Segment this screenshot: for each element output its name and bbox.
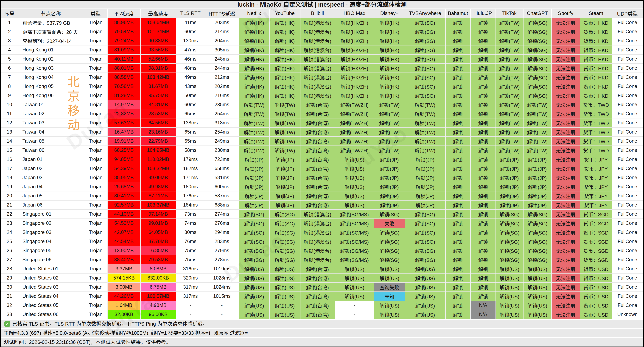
cell-bahamut: 解锁 xyxy=(445,173,470,182)
cell-chatgpt: 解锁(TW) xyxy=(523,146,552,155)
cell-spotify: 无法注册 xyxy=(552,100,580,109)
cell-spotify: 无法注册 xyxy=(552,301,580,310)
table-row: 12Taiwan 03Trojan57.63MB64.56MB138ms318m… xyxy=(1,118,643,128)
table-row: 4Hong Kong 01Trojan81.09MB93.56MB47ms305… xyxy=(1,45,643,54)
cell-avg-speed: 19.91MB xyxy=(108,136,140,146)
column-header-17: Spotify xyxy=(552,9,580,18)
cell-disney: 解锁(SG) xyxy=(374,210,405,219)
cell-avg-speed: 42.07MB xyxy=(108,228,140,237)
cell-max-speed: 100.57MB xyxy=(140,292,176,301)
cell-chatgpt: 解锁(SG) xyxy=(523,246,552,255)
cell-avg-speed: 88.01MB xyxy=(108,64,140,73)
cell-hbomax: 解锁(HK/ZH) xyxy=(335,36,374,45)
cell-avg-speed: 40.11MB xyxy=(108,54,140,64)
cell-tiktok: 解锁(US) xyxy=(496,274,523,282)
cell-index: 12 xyxy=(1,118,18,128)
cell-https-ping: 1028ms xyxy=(205,274,239,282)
cell-bahamut: 解锁 xyxy=(445,54,470,64)
cell-disney: 解锁(TW) xyxy=(374,100,405,109)
cell-avg-speed: 44.26MB xyxy=(108,292,140,301)
cell-hbomax: 解锁(HK/ZH) xyxy=(335,64,374,73)
cell-hbomax: 解锁(SG/MS) xyxy=(335,246,374,255)
cell-chatgpt: 解锁(TW) xyxy=(523,100,552,109)
cell-max-speed: 101.34MB xyxy=(140,27,176,36)
cell-steam: 货币：JPY xyxy=(580,200,612,210)
cell-steam: 货币：HKD xyxy=(580,73,612,82)
cell-bilibili: 解锁(港澳台) xyxy=(300,210,335,219)
cell-udp-type: FullCone xyxy=(612,173,643,182)
cell-youtube: 解锁(TW) xyxy=(270,146,300,155)
cell-max-speed: 104.95MB xyxy=(140,146,176,155)
cell-chatgpt: 解锁(SG) xyxy=(523,64,552,73)
cell-bilibili: 解锁(台湾) xyxy=(300,164,335,173)
cell-udp-type: FullCone xyxy=(612,136,643,146)
cell-udp-type: FullCone xyxy=(612,292,643,301)
cell-udp-type: FullCone xyxy=(612,191,643,200)
cell-youtube: 解锁(JP) xyxy=(270,173,300,182)
cell-spotify: 无法注册 xyxy=(552,255,580,264)
cell-tvbanywhere: 解锁(TW) xyxy=(405,109,445,118)
cell-spotify: 无法注册 xyxy=(552,237,580,246)
cell-bahamut: 解锁 xyxy=(445,246,470,255)
version-info-row: 主端=4.3.3 (697) 喵速=5.0.0-beta6 (A-北京移动-单线… xyxy=(1,328,643,338)
cell-bilibili: 解锁(港澳台) xyxy=(300,228,335,237)
cell-max-speed: 22.79MB xyxy=(140,136,176,146)
cell-index: 11 xyxy=(1,109,18,118)
cell-udp-type: FullCone xyxy=(612,210,643,219)
cell-disney: 解锁(HK) xyxy=(374,18,405,27)
cell-tvbanywhere: 解锁(US) xyxy=(405,310,445,319)
cell-steam: 货币：SGD xyxy=(580,246,612,255)
cell-netflix: 解锁(SG) xyxy=(239,228,270,237)
cell-tls-rtt: 75ms xyxy=(176,255,205,264)
cell-bahamut: 解锁 xyxy=(445,27,470,36)
cell-chatgpt: 解锁(US) xyxy=(523,274,552,282)
cell-hulujp: 解锁 xyxy=(470,45,496,54)
cell-chatgpt: 解锁(SG) xyxy=(523,228,552,237)
cell-hbomax: 解锁(TW/ZH) xyxy=(335,118,374,128)
cell-hulujp: 解锁 xyxy=(470,54,496,64)
cell-steam: 货币：USD xyxy=(580,274,612,282)
cell-bahamut: 解锁 xyxy=(445,18,470,27)
column-header-7: Netflix xyxy=(239,9,270,18)
cell-node-name: Japan 06 xyxy=(18,200,84,210)
cell-node-type: Trojan xyxy=(84,128,108,136)
cell-netflix: 解锁(US) xyxy=(239,274,270,282)
cell-spotify: 无法注册 xyxy=(552,228,580,237)
cell-index: 5 xyxy=(1,54,18,64)
cell-bahamut: 解锁 xyxy=(445,109,470,118)
cell-chatgpt: 解锁(TW) xyxy=(523,118,552,128)
cell-hbomax: 解锁(SG/MS) xyxy=(335,255,374,264)
cell-steam: 货币：USD xyxy=(580,282,612,292)
cell-tls-rtt: 80ms xyxy=(176,228,205,237)
cell-hulujp: 解锁 xyxy=(470,109,496,118)
cell-youtube: 解锁(TW) xyxy=(270,136,300,146)
cell-tvbanywhere: 解锁(JP) xyxy=(405,200,445,210)
cell-netflix: 解锁(JP) xyxy=(239,155,270,164)
cell-bilibili: 解锁(港澳台) xyxy=(300,45,335,54)
column-header-19: UDP类型 xyxy=(612,9,643,18)
cell-steam: 货币：TWD xyxy=(580,136,612,146)
cell-bilibili: 解锁(台湾) xyxy=(300,128,335,136)
cell-hulujp: 解锁 xyxy=(470,27,496,36)
cell-hbomax: 解锁(US) xyxy=(335,200,374,210)
cell-youtube: 解锁(TW) xyxy=(270,118,300,128)
table-row: 23Singapore 02Trojan54.53MB99.01MB74ms27… xyxy=(1,219,643,228)
cell-tiktok: 解锁(US) xyxy=(496,282,523,292)
cell-spotify: 无法注册 xyxy=(552,292,580,301)
cell-bahamut: 解锁 xyxy=(445,200,470,210)
cell-https-ping: 214ms xyxy=(205,27,239,36)
cell-max-speed: 64.05MB xyxy=(140,228,176,237)
cell-chatgpt: 解锁(US) xyxy=(523,310,552,319)
cell-hulujp: 解锁 xyxy=(470,219,496,228)
cell-avg-speed: 38.40MB xyxy=(108,255,140,264)
cell-hulujp: 解锁 xyxy=(470,136,496,146)
cell-node-type: Trojan xyxy=(84,228,108,237)
cell-max-speed: 4.98MB xyxy=(140,301,176,310)
cell-tls-rtt: 47ms xyxy=(176,45,205,54)
cell-avg-speed: 92.57MB xyxy=(108,200,140,210)
cell-bahamut: 解锁 xyxy=(445,64,470,73)
cell-spotify: 无法注册 xyxy=(552,282,580,292)
cell-bilibili: 解锁(台湾) xyxy=(300,118,335,128)
cell-index: 29 xyxy=(1,274,18,282)
cell-https-ping: 202ms xyxy=(205,82,239,91)
